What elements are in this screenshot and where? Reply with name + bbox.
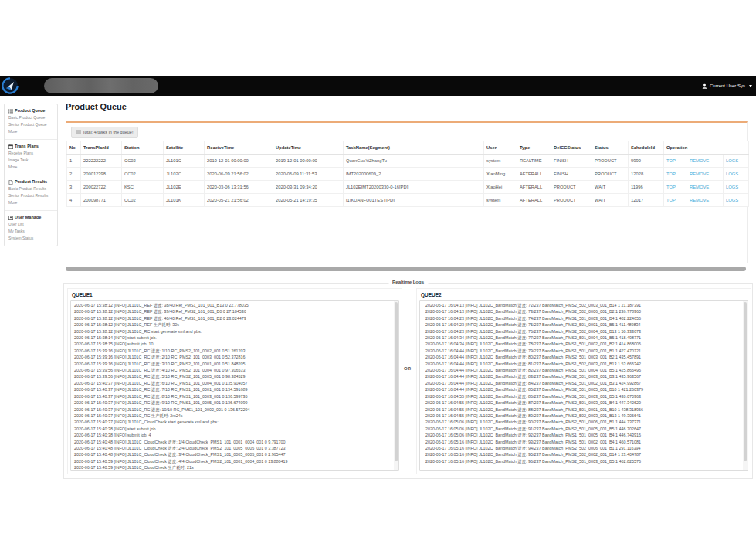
horizontal-scrollbar[interactable] <box>66 267 746 271</box>
log-line: 2020-06-17 15:40:38 [INFO] start submit … <box>74 426 392 432</box>
logs-link[interactable]: LOGS <box>726 185 738 189</box>
queue1-scroll-thumb[interactable] <box>395 302 398 461</box>
log-line: 2020-06-17 15:38:12 [INFO] JL101C_REF 进度… <box>74 308 392 314</box>
queue2-scrollbar[interactable] <box>743 301 748 470</box>
logs-link[interactable]: LOGS <box>726 172 738 176</box>
table-cell: system <box>484 155 517 168</box>
realtime-logs-section: Realtime Logs QUEUE1 2020-06-17 15:38:12… <box>63 283 753 479</box>
remove-link[interactable]: REMOVE <box>690 198 709 202</box>
log-line: 2020-06-17 16:04:34 [INFO] JL102C_BandMa… <box>425 341 741 347</box>
table-cell: 2 <box>67 168 81 181</box>
table-cell: PRODUCT <box>592 155 629 168</box>
table-cell: 200022722 <box>81 181 122 194</box>
log-line: 2020-06-17 15:40:37 [INFO] JL101C_CloudC… <box>74 419 392 425</box>
operation-cell: REMOVE <box>687 155 724 168</box>
log-line: 2020-06-17 16:04:44 [INFO] JL102C_BandMa… <box>425 373 741 379</box>
column-header: No <box>67 141 81 155</box>
log-line: 2020-06-17 15:38:12 [INFO] JL101C_REF 进度… <box>74 315 392 321</box>
table-cell: 2019-12-01 00:00:00 <box>205 155 273 168</box>
top-link[interactable]: TOP <box>666 158 676 163</box>
table-row: 3200022722KSCJL102E2020-03-06 13:31:5620… <box>67 181 749 194</box>
sidebar-item[interactable]: Senior Product Results <box>8 192 53 199</box>
log-line: 2020-06-17 15:39:56 [INFO] JL101C_RC 进度:… <box>74 367 392 373</box>
log-line: 2020-06-17 15:38:12 [INFO] JL101C_RC sta… <box>74 328 392 335</box>
table-cell: FINISH <box>551 168 592 181</box>
queue1-panel: QUEUE1 2020-06-17 15:38:12 [INFO] JL101C… <box>67 288 402 474</box>
queue1-log-lines: 2020-06-17 15:38:12 [INFO] JL101C_REF 进度… <box>74 302 392 471</box>
current-user-menu[interactable]: Current User Sys <box>702 76 752 96</box>
remove-link[interactable]: REMOVE <box>690 185 709 189</box>
logs-link[interactable]: LOGS <box>726 198 738 202</box>
table-body: 1222222222CC02JL101C2019-12-01 00:00:002… <box>67 155 749 207</box>
chevron-down-icon <box>749 85 752 87</box>
queue1-log-box[interactable]: 2020-06-17 15:38:12 [INFO] JL101C_REF 进度… <box>70 300 399 471</box>
table-cell: PRODUCT <box>592 168 629 181</box>
sidebar-item[interactable]: Basic Product Queue <box>8 114 53 121</box>
sidebar-item[interactable]: Receive Plans <box>8 150 53 157</box>
table-cell: 222222222 <box>81 155 122 168</box>
table-row: 2200012398CC02JL102C2020-06-09 21:56:022… <box>67 168 749 181</box>
operation-cell: REMOVE <box>687 168 724 181</box>
log-line: 2020-06-17 15:40:38 [INFO] submit job: 4 <box>74 432 392 438</box>
column-header: ReceiveTime <box>205 141 273 155</box>
table-cell: AFTERALL <box>517 168 551 181</box>
sidebar-item[interactable]: Image Task <box>8 157 53 164</box>
table-cell: PRODUCT <box>551 181 592 194</box>
operation-cell: TOP <box>664 155 687 168</box>
top-link[interactable]: TOP <box>666 198 676 202</box>
logs-link[interactable]: LOGS <box>726 158 738 163</box>
table-cell: CC02 <box>122 168 164 181</box>
top-link[interactable]: TOP <box>666 185 676 189</box>
log-line: 2020-06-17 15:39:16 [INFO] JL101C_RC 进度:… <box>74 354 392 360</box>
sidebar-item[interactable]: System Status <box>8 235 53 242</box>
top-link[interactable]: TOP <box>666 172 676 176</box>
sidebar-item[interactable]: User List <box>8 221 53 228</box>
log-line: 2020-06-17 16:04:55 [INFO] JL102C_BandMa… <box>425 413 741 419</box>
queue2-title: QUEUE2 <box>421 292 748 297</box>
top-navbar: Current User Sys <box>0 76 756 96</box>
queue2-log-box[interactable]: 2020-06-17 16:04:13 [INFO] JL102C_BandMa… <box>419 300 748 471</box>
table-cell: JL102E <box>164 181 205 194</box>
sidebar-item[interactable]: More <box>8 164 53 171</box>
log-line: 2020-06-17 16:04:34 [INFO] JL102C_BandMa… <box>425 335 741 341</box>
column-header: Operation <box>664 141 749 155</box>
queue1-scrollbar[interactable] <box>394 301 398 470</box>
table-cell: 3 <box>67 181 81 194</box>
log-line: 2020-06-17 16:04:44 [INFO] JL102C_BandMa… <box>425 380 741 386</box>
log-line: 2020-06-17 15:40:37 [INFO] JL101C_RC 进度:… <box>74 386 392 393</box>
log-line: 2020-06-17 15:40:37 [INFO] JL101C_RC 生产耗… <box>74 413 392 419</box>
log-line: 2020-06-17 16:04:13 [INFO] JL102C_BandMa… <box>425 308 741 314</box>
table-cell: 2020-03-31 09:34:20 <box>273 181 344 194</box>
table-cell: 2020-05-21 14:19:35 <box>273 194 344 207</box>
log-line: 2020-06-17 16:05:06 [INFO] JL102C_BandMa… <box>425 432 741 438</box>
log-line: 2020-06-17 15:40:48 [INFO] JL101C_CloudC… <box>74 439 392 445</box>
table-cell: 200012398 <box>81 168 122 181</box>
table-cell: 12017 <box>629 194 664 207</box>
list-icon <box>76 130 81 134</box>
sidebar-group: User ManageUser ListMy TasksSystem Statu… <box>5 210 57 246</box>
sidebar-item[interactable]: Basic Product Results <box>8 185 53 192</box>
table-cell: AFTERALL <box>517 194 551 207</box>
sidebar-item[interactable]: More <box>8 199 53 206</box>
table-cell: 2019-12-01 00:00:00 <box>273 155 344 168</box>
log-line: 2020-06-17 15:38:15 [INFO] submit job: 1… <box>74 341 392 347</box>
sidebar-item[interactable]: My Tasks <box>8 228 53 235</box>
remove-link[interactable]: REMOVE <box>690 158 709 163</box>
queue2-scroll-thumb[interactable] <box>744 302 747 461</box>
column-header: TaskName(Segment) <box>344 141 484 155</box>
table-cell: JL101K <box>164 194 205 207</box>
operation-cell: TOP <box>664 194 687 207</box>
table-cell: FINISH <box>551 155 592 168</box>
file-icon <box>8 180 13 185</box>
log-line: 2020-06-17 16:04:55 [INFO] JL102C_BandMa… <box>425 406 741 413</box>
sidebar-item[interactable]: More <box>8 128 53 135</box>
column-header: Status <box>592 141 629 155</box>
table-cell: WAIT <box>592 194 629 207</box>
column-header: TransPlanId <box>81 141 122 155</box>
remove-link[interactable]: REMOVE <box>690 172 709 176</box>
sidebar-item[interactable]: Senior Product Queue <box>8 121 53 128</box>
table-cell: CC02 <box>122 155 164 168</box>
table-cell: 4 <box>67 194 81 207</box>
sidebar-group-title: Product Queue <box>8 107 53 114</box>
product-queue-card: Total: 4 tasks in the queue! NoTransPlan… <box>66 121 748 263</box>
